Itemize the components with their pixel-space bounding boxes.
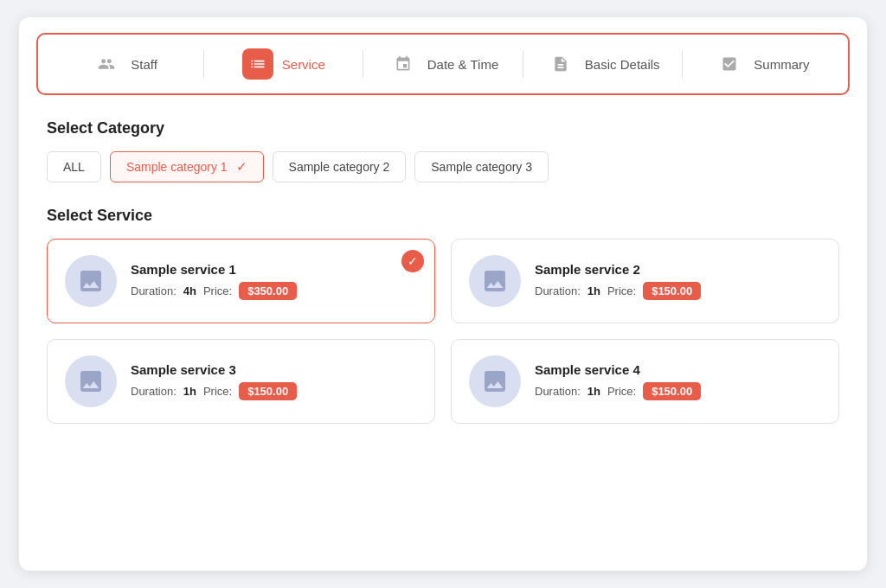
service-1-price-label: Price: — [203, 284, 232, 297]
service-card-4[interactable]: Sample service 4 Duration: 1h Price: $15… — [451, 339, 839, 424]
service-card-2[interactable]: Sample service 2 Duration: 1h Price: $15… — [451, 239, 839, 323]
wizard-step-staff[interactable]: Staff — [45, 35, 203, 93]
service-3-duration: 1h — [183, 385, 196, 398]
service-4-price-label: Price: — [607, 385, 636, 398]
service-2-avatar — [469, 255, 521, 307]
summary-icon — [714, 48, 745, 80]
category-2-button[interactable]: Sample category 2 — [273, 151, 407, 182]
service-3-name: Sample service 3 — [131, 362, 417, 377]
category-1-check-icon: ✓ — [236, 159, 247, 175]
service-2-meta: Duration: 1h Price: $150.00 — [535, 282, 821, 300]
wizard-step-basic-details[interactable]: Basic Details — [523, 35, 682, 93]
service-1-selected-icon: ✓ — [401, 250, 424, 272]
service-4-info: Sample service 4 Duration: 1h Price: $15… — [535, 362, 821, 400]
staff-icon — [91, 48, 122, 80]
service-1-duration: 4h — [183, 284, 196, 297]
service-2-price: $150.00 — [643, 282, 701, 300]
staff-step-label: Staff — [131, 57, 157, 72]
datetime-icon — [388, 48, 419, 80]
service-3-duration-label: Duration: — [131, 385, 177, 398]
service-4-price: $150.00 — [643, 382, 701, 400]
service-section: Select Service Sample service 1 Duration… — [47, 207, 839, 424]
category-1-button[interactable]: Sample category 1 ✓ — [110, 151, 264, 182]
service-1-avatar — [65, 255, 117, 307]
category-section: Select Category ALL Sample category 1 ✓ … — [47, 119, 839, 182]
service-1-name: Sample service 1 — [131, 262, 417, 277]
service-3-info: Sample service 3 Duration: 1h Price: $15… — [131, 362, 417, 400]
service-1-duration-label: Duration: — [131, 284, 177, 297]
service-2-info: Sample service 2 Duration: 1h Price: $15… — [535, 262, 821, 300]
wizard-step-summary[interactable]: Summary — [683, 35, 841, 93]
service-icon — [242, 48, 273, 80]
service-3-price-label: Price: — [203, 385, 232, 398]
service-1-info: Sample service 1 Duration: 4h Price: $35… — [131, 262, 417, 300]
service-2-name: Sample service 2 — [535, 262, 821, 277]
service-step-label: Service — [282, 57, 325, 72]
service-4-meta: Duration: 1h Price: $150.00 — [535, 382, 821, 400]
service-grid: Sample service 1 Duration: 4h Price: $35… — [47, 239, 839, 424]
basic-details-step-label: Basic Details — [585, 57, 660, 72]
category-3-button[interactable]: Sample category 3 — [414, 151, 549, 182]
service-3-price: $150.00 — [239, 382, 297, 400]
service-4-avatar — [469, 355, 521, 407]
service-3-meta: Duration: 1h Price: $150.00 — [131, 382, 417, 400]
service-4-name: Sample service 4 — [535, 362, 821, 377]
service-2-duration-label: Duration: — [535, 284, 581, 297]
service-1-meta: Duration: 4h Price: $350.00 — [131, 282, 417, 300]
service-4-duration: 1h — [587, 385, 600, 398]
category-title: Select Category — [47, 119, 839, 137]
wizard-nav: Staff Service Date & Time Basic Details — [36, 33, 850, 95]
service-3-avatar — [65, 355, 117, 407]
category-filter: ALL Sample category 1 ✓ Sample category … — [47, 151, 839, 182]
service-card-3[interactable]: Sample service 3 Duration: 1h Price: $15… — [47, 339, 435, 424]
service-2-price-label: Price: — [607, 284, 636, 297]
summary-step-label: Summary — [754, 57, 809, 72]
wizard-step-service[interactable]: Service — [204, 35, 363, 93]
service-4-duration-label: Duration: — [535, 385, 581, 398]
wizard-step-datetime[interactable]: Date & Time — [363, 35, 522, 93]
service-title: Select Service — [47, 207, 839, 225]
service-1-price: $350.00 — [239, 282, 297, 300]
basic-details-icon — [545, 48, 576, 80]
main-card: Staff Service Date & Time Basic Details — [19, 17, 867, 571]
service-card-1[interactable]: Sample service 1 Duration: 4h Price: $35… — [47, 239, 435, 323]
service-2-duration: 1h — [587, 284, 600, 297]
category-all-button[interactable]: ALL — [47, 151, 101, 182]
datetime-step-label: Date & Time — [427, 57, 499, 72]
main-content: Select Category ALL Sample category 1 ✓ … — [19, 95, 867, 444]
category-1-label: Sample category 1 — [126, 160, 228, 174]
